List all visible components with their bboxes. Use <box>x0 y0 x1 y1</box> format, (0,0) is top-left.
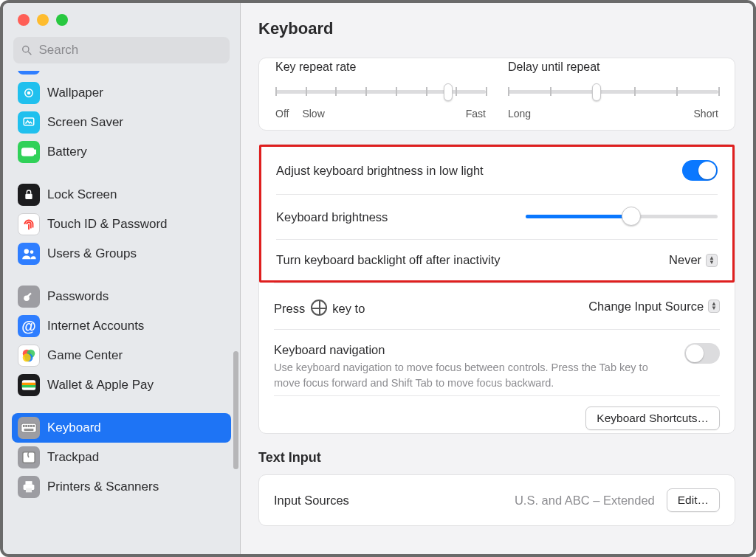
adjust-brightness-row: Adjust keyboard brightness in low light <box>276 147 718 194</box>
adjust-brightness-toggle[interactable] <box>682 160 718 181</box>
gamecenter-icon <box>18 345 40 367</box>
chevron-up-down-icon: ▲▼ <box>706 254 718 267</box>
backlight-card: Adjust keyboard brightness in low light … <box>258 144 735 434</box>
delay-short-label: Short <box>694 108 718 120</box>
keyboard-shortcuts-button[interactable]: Keyboard Shortcuts… <box>585 406 720 430</box>
search-input[interactable] <box>38 43 222 58</box>
svg-point-5 <box>28 92 30 94</box>
sidebar-item-wallet-apple-pay[interactable]: Wallet & Apple Pay <box>12 370 231 400</box>
sidebar-item-label: Printers & Scanners <box>47 480 159 494</box>
backlight-off-row: Turn keyboard backlight off after inacti… <box>276 239 718 280</box>
sidebar-item-users-groups[interactable]: Users & Groups <box>12 239 231 269</box>
delay-repeat-label: Delay until repeat <box>508 60 718 74</box>
svg-point-10 <box>24 249 29 254</box>
users-icon <box>18 243 40 265</box>
close-button[interactable] <box>18 14 30 26</box>
sidebar-item-wallpaper[interactable]: Wallpaper <box>12 78 231 108</box>
svg-rect-21 <box>21 423 36 432</box>
touchid-icon <box>18 213 40 235</box>
backlight-off-value: Never <box>669 253 701 267</box>
svg-rect-30 <box>26 482 32 485</box>
main-content: Keyboard Key repeat rate Off Slow <box>241 3 753 554</box>
sidebar: DisplaysWallpaperScreen SaverBatteryLock… <box>3 3 241 554</box>
keyboard-nav-toggle[interactable] <box>684 343 720 364</box>
delay-long-label: Long <box>508 108 531 120</box>
sidebar-item-label: Battery <box>47 145 87 159</box>
adjust-brightness-label: Adjust keyboard brightness in low light <box>276 164 484 178</box>
svg-rect-9 <box>25 194 32 199</box>
sidebar-item-trackpad[interactable]: Trackpad <box>12 443 231 472</box>
svg-rect-20 <box>22 385 35 387</box>
input-sources-label: Input Sources <box>274 494 349 508</box>
key-repeat-slider[interactable] <box>275 84 486 102</box>
key-icon <box>18 286 40 308</box>
sidebar-item-battery[interactable]: Battery <box>12 137 231 167</box>
brightness-label: Keyboard brightness <box>276 210 388 224</box>
page-title: Keyboard <box>258 19 735 38</box>
lock-icon <box>18 184 40 206</box>
displays-icon <box>18 71 40 75</box>
window-controls <box>3 3 240 37</box>
sidebar-item-label: Internet Accounts <box>47 319 144 333</box>
svg-rect-27 <box>24 429 33 431</box>
sidebar-item-label: Lock Screen <box>47 187 117 202</box>
globe-key-select[interactable]: Change Input Source ▲▼ <box>588 300 720 314</box>
svg-rect-23 <box>26 426 27 427</box>
backlight-off-select[interactable]: Never ▲▼ <box>669 253 718 267</box>
wallet-icon <box>18 374 40 396</box>
brightness-slider[interactable] <box>526 208 718 226</box>
input-sources-edit-button[interactable]: Edit… <box>667 488 720 512</box>
wallpaper-icon <box>18 82 40 104</box>
sidebar-item-label: Game Center <box>47 348 123 363</box>
svg-rect-25 <box>31 426 32 427</box>
search-field-wrapper[interactable] <box>13 37 230 63</box>
sidebar-item-label: Users & Groups <box>47 246 137 261</box>
chevron-up-down-icon: ▲▼ <box>708 300 720 313</box>
keyboard-nav-label: Keyboard navigation <box>274 343 670 357</box>
svg-point-17 <box>23 353 31 361</box>
svg-rect-19 <box>22 383 35 385</box>
sidebar-item-label: Passwords <box>47 289 109 304</box>
sidebar-scrollbar[interactable] <box>233 351 238 469</box>
sidebar-item-label: Keyboard <box>47 421 101 435</box>
key-repeat-fast-label: Fast <box>466 108 486 120</box>
minimize-button[interactable] <box>37 14 49 26</box>
zoom-button[interactable] <box>56 14 68 26</box>
sidebar-item-game-center[interactable]: Game Center <box>12 341 231 370</box>
sidebar-item-label: Wallpaper <box>47 86 103 100</box>
sidebar-item-passwords[interactable]: Passwords <box>12 282 231 311</box>
keyboard-nav-help: Use keyboard navigation to move focus be… <box>274 360 670 391</box>
text-input-title: Text Input <box>258 450 735 466</box>
text-input-card: Input Sources U.S. and ABC – Extended Ed… <box>258 474 735 526</box>
system-settings-window: DisplaysWallpaperScreen SaverBatteryLock… <box>0 0 756 557</box>
sidebar-item-label: Trackpad <box>47 450 99 465</box>
backlight-off-label: Turn keyboard backlight off after inacti… <box>276 253 501 267</box>
sidebar-item-displays[interactable]: Displays <box>12 71 231 78</box>
svg-rect-7 <box>22 148 34 156</box>
keyboard-icon <box>18 417 40 439</box>
globe-key-label: Press key to <box>274 297 365 316</box>
sidebar-item-label: Screen Saver <box>47 115 123 130</box>
svg-rect-26 <box>33 426 35 427</box>
repeat-rate-card: Key repeat rate Off Slow Fast <box>258 58 735 131</box>
svg-rect-31 <box>26 488 32 493</box>
sidebar-item-keyboard[interactable]: Keyboard <box>12 413 231 443</box>
printer-icon <box>18 476 40 498</box>
sidebar-item-internet-accounts[interactable]: @Internet Accounts <box>12 311 231 341</box>
svg-rect-22 <box>23 426 24 427</box>
sidebar-item-printers-scanners[interactable]: Printers & Scanners <box>12 472 231 502</box>
sidebar-item-touch-id-password[interactable]: Touch ID & Password <box>12 210 231 239</box>
sidebar-list: DisplaysWallpaperScreen SaverBatteryLock… <box>3 71 240 511</box>
key-repeat-off-label: Off <box>275 108 289 120</box>
globe-icon <box>311 300 327 316</box>
at-icon: @ <box>18 315 40 337</box>
svg-rect-24 <box>28 426 30 427</box>
sidebar-item-label: Wallet & Apple Pay <box>47 378 154 392</box>
globe-key-row: Press key to Change Input Source ▲▼ <box>274 283 720 329</box>
sidebar-item-screen-saver[interactable]: Screen Saver <box>12 108 231 137</box>
sidebar-item-lock-screen[interactable]: Lock Screen <box>12 180 231 210</box>
delay-repeat-slider[interactable] <box>508 84 718 102</box>
svg-point-11 <box>30 250 34 254</box>
svg-rect-8 <box>35 151 36 154</box>
backlight-highlight: Adjust keyboard brightness in low light … <box>259 145 735 283</box>
